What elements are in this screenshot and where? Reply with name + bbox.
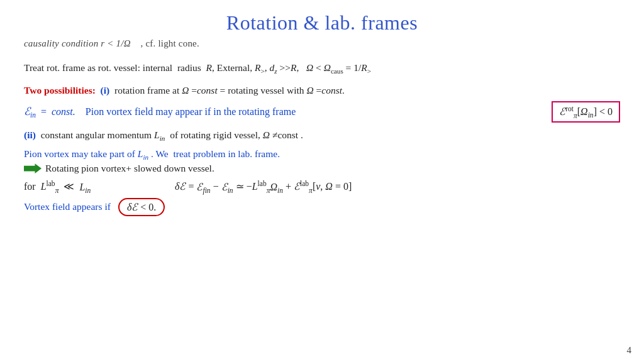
pion-vortex-line: Pion vortex may take part of Lin . We tr…	[24, 148, 620, 161]
ii-line: (ii) constant angular momentum Lin of ro…	[24, 128, 620, 145]
vortex-appears-line: Vortex field appears if δℰ < 0.	[24, 198, 620, 216]
ii-text: constant angular momentum Lin of rotatin…	[38, 129, 303, 140]
i-label: (i)	[98, 85, 110, 96]
green-arrow-icon	[24, 162, 42, 175]
ein-formula-and-text: ℰin = const. Pion vortex field may appea…	[24, 105, 533, 119]
slide: Rotation & lab. frames causality conditi…	[0, 0, 644, 362]
for-left-formula: for Llabπ ≪ Lin	[24, 180, 137, 194]
treat-line: Treat rot. frame as rot. vessel: interna…	[24, 60, 620, 77]
arrow-line: Rotating pion vortex+ slowed down vessel…	[24, 162, 620, 175]
two-possibilities: Two possibilities: (i) rotation frame at…	[24, 83, 620, 99]
ein-line: ℰin = const. Pion vortex field may appea…	[24, 101, 620, 123]
arrow-text: Rotating pion vortex+ slowed down vessel…	[45, 163, 214, 174]
box-formula: ℰrotπ[Ωin] < 0	[552, 101, 620, 123]
two-poss-label: Two possibilities:	[24, 85, 96, 96]
page-number: 4	[627, 345, 632, 356]
causality-condition: causality condition r < 1/Ω , cf. light …	[24, 38, 620, 49]
for-right-formula: δℰ = ℰfin − ℰin ≃ −LlabπΩin + ℰlabπ[ν, Ω…	[175, 180, 352, 194]
i-text: rotation frame at Ω =const = rotating ve…	[112, 85, 345, 96]
svg-marker-0	[24, 163, 42, 173]
ii-label: (ii)	[24, 129, 36, 140]
vortex-appears-text: Vortex field appears if	[24, 201, 111, 212]
circled-formula: δℰ < 0.	[118, 198, 165, 216]
slide-title: Rotation & lab. frames	[24, 11, 620, 35]
for-line: for Llabπ ≪ Lin δℰ = ℰfin − ℰin ≃ −Llabπ…	[24, 180, 620, 194]
